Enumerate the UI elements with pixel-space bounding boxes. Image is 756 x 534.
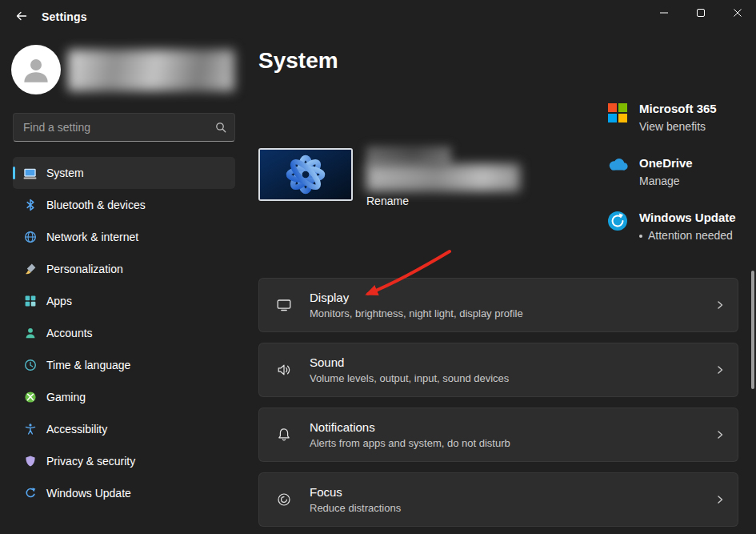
minimize-icon: [660, 9, 668, 17]
sidebar-item-label: Privacy & security: [46, 455, 135, 468]
main-content: System Rename: [248, 35, 756, 534]
sidebar-item-privacy-security[interactable]: Privacy & security: [13, 445, 235, 477]
sidebar-item-gaming[interactable]: Gaming: [13, 381, 235, 413]
back-arrow-icon: [15, 10, 28, 22]
card-subtitle: Volume levels, output, input, sound devi…: [310, 371, 715, 386]
sidebar-item-label: Windows Update: [46, 487, 131, 500]
notifications-bell-icon: [276, 427, 292, 443]
selection-indicator: [13, 167, 15, 179]
close-icon: [734, 9, 742, 17]
system-icon: [23, 167, 37, 180]
redacted-user-name: [68, 50, 234, 91]
windows-update-badge-icon: [606, 208, 629, 245]
sidebar-item-apps[interactable]: Apps: [13, 285, 235, 317]
sidebar-item-accessibility[interactable]: Accessibility: [13, 413, 235, 445]
apps-grid-icon: [23, 295, 37, 308]
sidebar-item-label: Gaming: [46, 391, 86, 404]
sidebar-item-bluetooth-devices[interactable]: Bluetooth & devices: [13, 189, 235, 221]
windows-update-icon: [23, 487, 37, 500]
sidebar-item-label: Apps: [46, 295, 72, 307]
card-title: Notifications: [310, 419, 715, 436]
card-title: Display: [310, 289, 715, 306]
chevron-right-icon: [715, 300, 725, 310]
clock-icon: [23, 359, 37, 372]
onedrive-cloud-icon: [606, 154, 629, 191]
microsoft-365-icon: [606, 99, 629, 136]
quick-link-onedrive[interactable]: OneDrive Manage: [606, 154, 756, 191]
sidebar-item-windows-update[interactable]: Windows Update: [13, 477, 235, 509]
titlebar: Settings: [0, 0, 756, 35]
sidebar-nav: System Bluetooth & devices Network & int…: [13, 157, 235, 509]
status-dot: [639, 235, 642, 238]
rename-button[interactable]: Rename: [366, 195, 409, 207]
maximize-button[interactable]: [682, 0, 719, 26]
sidebar-item-label: Network & internet: [46, 231, 138, 243]
paintbrush-icon: [23, 263, 37, 276]
chevron-right-icon: [715, 430, 725, 440]
sidebar-item-label: Bluetooth & devices: [46, 199, 146, 211]
sound-icon: [276, 362, 292, 378]
quick-links: Microsoft 365 View benefits OneDrive Man…: [606, 99, 756, 245]
user-avatar[interactable]: [11, 45, 61, 94]
network-globe-icon: [23, 231, 37, 244]
card-subtitle: Alerts from apps and system, do not dist…: [310, 436, 715, 451]
quick-link-subtitle[interactable]: Attention needed: [648, 227, 733, 245]
maximize-icon: [697, 9, 705, 17]
quick-link-microsoft-365[interactable]: Microsoft 365 View benefits: [606, 99, 756, 136]
quick-link-windows-update[interactable]: Windows Update Attention needed: [606, 208, 756, 245]
bluetooth-icon: [23, 199, 37, 212]
back-button[interactable]: [8, 4, 35, 28]
minimize-button[interactable]: [646, 0, 682, 26]
sidebar-item-label: System: [46, 167, 84, 179]
card-title: Sound: [310, 354, 715, 371]
page-title: System: [258, 48, 338, 74]
quick-link-title: Windows Update: [639, 208, 736, 227]
quick-link-subtitle[interactable]: View benefits: [639, 118, 706, 136]
window-controls: [646, 0, 756, 26]
sidebar-item-label: Personalization: [46, 263, 123, 275]
sidebar-item-accounts[interactable]: Accounts: [13, 317, 235, 349]
sidebar-item-personalization[interactable]: Personalization: [13, 253, 235, 285]
search-icon: [215, 122, 226, 133]
person-icon: [20, 54, 52, 86]
sidebar-item-label: Accessibility: [46, 423, 107, 436]
shield-icon: [23, 455, 37, 468]
card-title: Focus: [310, 484, 715, 500]
close-button[interactable]: [719, 0, 756, 26]
quick-link-title: OneDrive: [639, 154, 693, 172]
card-focus[interactable]: Focus Reduce distractions: [258, 472, 738, 527]
card-sound[interactable]: Sound Volume levels, output, input, soun…: [258, 343, 738, 397]
card-subtitle: Monitors, brightness, night light, displ…: [310, 306, 715, 321]
scrollbar-thumb[interactable]: [751, 271, 754, 389]
search-box: [13, 113, 235, 142]
chevron-right-icon: [715, 495, 725, 504]
window-title: Settings: [42, 0, 87, 34]
chevron-right-icon: [715, 365, 725, 375]
card-notifications[interactable]: Notifications Alerts from apps and syste…: [258, 408, 738, 462]
sidebar-item-label: Time & language: [46, 359, 130, 371]
sidebar-item-network-internet[interactable]: Network & internet: [13, 221, 235, 253]
sidebar: System Bluetooth & devices Network & int…: [0, 35, 248, 534]
card-display[interactable]: Display Monitors, brightness, night ligh…: [258, 278, 738, 332]
card-subtitle: Reduce distractions: [310, 500, 715, 516]
accessibility-person-icon: [23, 423, 37, 436]
sidebar-item-time-language[interactable]: Time & language: [13, 349, 235, 381]
display-icon: [276, 297, 292, 313]
redacted-device-spec: [366, 164, 520, 191]
settings-window: Settings: [0, 0, 756, 534]
xbox-icon: [23, 391, 37, 404]
focus-icon: [276, 492, 292, 508]
sidebar-item-system[interactable]: System: [13, 157, 235, 189]
sidebar-item-label: Accounts: [46, 327, 93, 339]
device-thumbnail: [258, 148, 353, 201]
settings-cards: Display Monitors, brightness, night ligh…: [258, 278, 738, 527]
search-input[interactable]: [23, 121, 209, 134]
quick-link-title: Microsoft 365: [639, 99, 717, 118]
quick-link-subtitle[interactable]: Manage: [639, 172, 680, 191]
accounts-person-icon: [23, 327, 37, 340]
